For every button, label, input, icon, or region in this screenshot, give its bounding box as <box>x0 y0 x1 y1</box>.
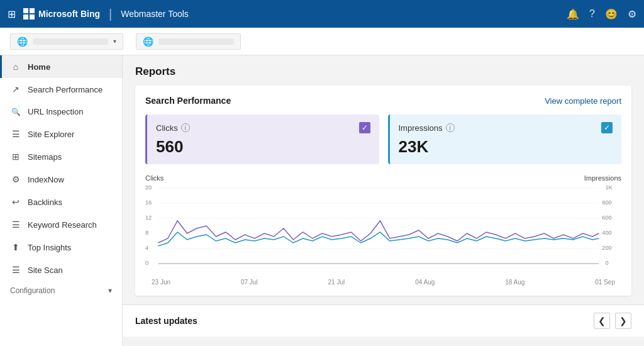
sidebar-label-keyword-research: Keyword Research <box>28 220 97 230</box>
x-axis-labels: 23 Jun 07 Jul 21 Jul 04 Aug 18 Aug 01 Se… <box>145 279 621 286</box>
sidebar: ⌂ Home ↗ Search Performance 🔍 URL Inspec… <box>0 55 123 346</box>
svg-text:1K: 1K <box>605 184 612 191</box>
svg-text:600: 600 <box>602 215 611 221</box>
clicks-label: Clicks i <box>156 123 190 133</box>
chart-axis-labels: Clicks Impressions <box>145 174 621 182</box>
impressions-box-header: Impressions i ✓ <box>399 122 613 133</box>
header-divider: | <box>109 7 112 21</box>
next-arrow-button[interactable]: ❯ <box>615 313 631 329</box>
sidebar-configuration-section[interactable]: Configuration ▾ <box>0 281 122 298</box>
svg-text:400: 400 <box>602 230 611 236</box>
svg-text:12: 12 <box>145 215 152 221</box>
clicks-info-icon[interactable]: i <box>181 123 190 132</box>
insights-icon: ⬆ <box>10 242 21 252</box>
windows-logo-icon <box>23 8 35 20</box>
settings-icon[interactable]: ⚙ <box>628 8 636 20</box>
svg-text:0: 0 <box>605 260 608 266</box>
sidebar-label-indexnow: IndexNow <box>28 175 64 184</box>
app-logo: Microsoft Bing <box>23 8 100 20</box>
page-title: Reports <box>135 65 631 78</box>
search-performance-card: Search Performance View complete report … <box>135 86 631 296</box>
card-title: Search Performance <box>145 96 231 106</box>
sidebar-item-home[interactable]: ⌂ Home <box>0 55 122 78</box>
chart-svg: 20 16 12 8 4 0 1K 800 600 400 200 0 <box>145 183 621 277</box>
url-icon: 🔍 <box>10 108 21 116</box>
tool-name: Webmaster Tools <box>121 9 189 19</box>
sidebar-label-url-inspection: URL Inspection <box>28 107 83 116</box>
help-icon[interactable]: ? <box>589 8 595 20</box>
sidebar-item-top-insights[interactable]: ⬆ Top Insights <box>0 236 122 259</box>
impressions-info-icon[interactable]: i <box>446 123 455 132</box>
sidebar-label-top-insights: Top Insights <box>28 243 71 252</box>
site-selector[interactable]: 🌐 ▾ <box>10 33 123 50</box>
svg-text:0: 0 <box>145 260 148 266</box>
impressions-metric-box: Impressions i ✓ 23K <box>388 114 622 164</box>
x-label-5: 18 Aug <box>505 279 525 286</box>
app-name: Microsoft Bing <box>38 9 100 19</box>
site-explorer-icon: ☰ <box>10 129 21 139</box>
chart-left-label: Clicks <box>145 174 164 182</box>
view-complete-report-link[interactable]: View complete report <box>545 96 621 106</box>
x-label-3: 21 Jul <box>328 279 345 286</box>
chart-container: Clicks Impressions 20 16 12 8 4 0 1K 80 <box>145 174 621 286</box>
grid-icon[interactable]: ⊞ <box>8 8 16 20</box>
nav-arrows: ❮ ❯ <box>594 313 631 329</box>
site-url-display <box>33 38 108 45</box>
impressions-line <box>158 232 599 246</box>
x-label-6: 01 Sep <box>595 279 615 286</box>
sidebar-label-home: Home <box>28 62 50 72</box>
account-icon[interactable]: 😊 <box>605 8 618 20</box>
latest-updates-section: Latest updates ❮ ❯ <box>123 304 644 337</box>
clicks-value: 560 <box>156 137 370 157</box>
chevron-down-icon: ▾ <box>113 38 116 45</box>
chart-area: 20 16 12 8 4 0 1K 800 600 400 200 0 <box>145 183 621 277</box>
configuration-label: Configuration <box>10 286 55 295</box>
sidebar-label-site-explorer: Site Explorer <box>28 130 74 139</box>
svg-text:800: 800 <box>602 199 611 206</box>
clicks-box-header: Clicks i ✓ <box>156 122 370 133</box>
svg-text:16: 16 <box>145 199 152 206</box>
main-content: Reports Search Performance View complete… <box>123 55 644 346</box>
sidebar-item-backlinks[interactable]: ↩ Backlinks <box>0 191 122 213</box>
clicks-checkbox[interactable]: ✓ <box>359 122 370 133</box>
configuration-chevron: ▾ <box>108 286 112 295</box>
impressions-label: Impressions i <box>399 123 455 133</box>
sidebar-item-indexnow[interactable]: ⚙ IndexNow <box>0 168 122 191</box>
x-label-2: 07 Jul <box>241 279 258 286</box>
site-scan-icon: ☰ <box>10 265 21 275</box>
svg-text:200: 200 <box>602 245 611 251</box>
sidebar-item-sitemaps[interactable]: ⊞ Sitemaps <box>0 145 122 168</box>
svg-text:4: 4 <box>145 245 148 251</box>
sidebar-item-site-scan[interactable]: ☰ Site Scan <box>0 259 122 281</box>
impressions-checkbox[interactable]: ✓ <box>601 122 613 133</box>
sidebar-item-search-performance[interactable]: ↗ Search Performance <box>0 78 122 101</box>
indexnow-icon: ⚙ <box>10 174 21 184</box>
search-perf-icon: ↗ <box>10 84 21 94</box>
chart-right-label: Impressions <box>584 174 621 182</box>
prev-arrow-button[interactable]: ❮ <box>594 313 610 329</box>
x-label-4: 04 Aug <box>415 279 435 286</box>
site-selector-secondary[interactable]: 🌐 <box>136 33 241 50</box>
bell-icon[interactable]: 🔔 <box>567 8 579 20</box>
sidebar-item-url-inspection[interactable]: 🔍 URL Inspection <box>0 101 122 123</box>
globe-icon-secondary: 🌐 <box>143 36 153 47</box>
sidebar-label-site-scan: Site Scan <box>28 265 63 275</box>
clicks-metric-box: Clicks i ✓ 560 <box>145 114 379 164</box>
metric-boxes: Clicks i ✓ 560 Impressions i ✓ <box>145 114 621 164</box>
svg-text:8: 8 <box>145 230 148 236</box>
card-header: Search Performance View complete report <box>145 96 621 106</box>
sidebar-label-search-performance: Search Performance <box>28 85 103 94</box>
svg-text:20: 20 <box>145 184 152 191</box>
header-icon-group: 🔔 ? 😊 ⚙ <box>567 8 636 20</box>
x-label-1: 23 Jun <box>152 279 170 286</box>
sidebar-label-sitemaps: Sitemaps <box>28 152 62 162</box>
subheader: 🌐 ▾ 🌐 <box>0 28 644 55</box>
sidebar-label-backlinks: Backlinks <box>28 198 62 207</box>
globe-icon: 🌐 <box>17 36 28 47</box>
sidebar-item-site-explorer[interactable]: ☰ Site Explorer <box>0 123 122 145</box>
main-layout: ⌂ Home ↗ Search Performance 🔍 URL Inspec… <box>0 55 644 346</box>
sidebar-item-keyword-research[interactable]: ☰ Keyword Research <box>0 213 122 236</box>
top-header: ⊞ Microsoft Bing | Webmaster Tools 🔔 ? 😊… <box>0 0 644 28</box>
sitemaps-icon: ⊞ <box>10 152 21 162</box>
site-url-secondary <box>158 38 234 45</box>
